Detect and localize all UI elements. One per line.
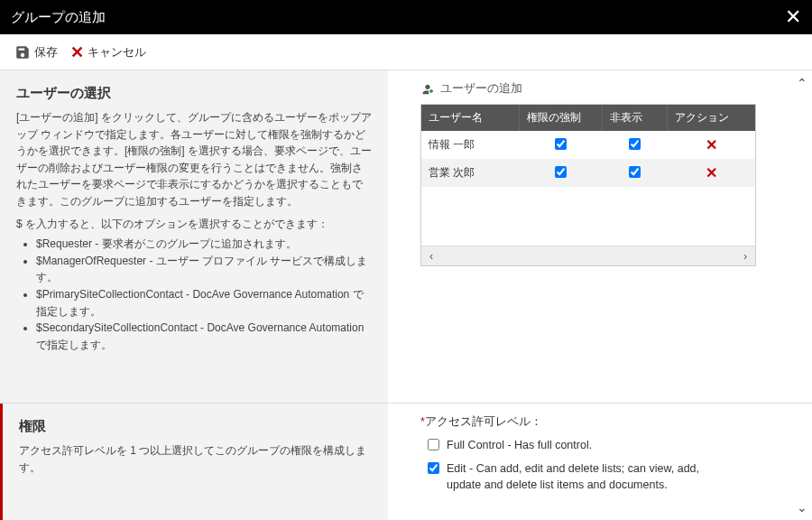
scroll-down-icon[interactable]: ⌄ [797,500,807,515]
perm-text: Edit - Can add, edit and delete lists; c… [447,460,725,493]
cell-name: 情報 一郎 [421,131,519,159]
scroll-left-icon[interactable]: ‹ [421,250,441,263]
option-item: $ManagerOfRequester - ユーザー プロファイル サービスで構… [36,253,372,286]
perm-item-edit[interactable]: Edit - Can add, edit and delete lists; c… [428,460,725,493]
th-hidden: 非表示 [602,105,667,131]
perm-checkbox[interactable] [428,462,439,474]
option-item: $PrimarySiteCollectionContact - DocAve G… [36,286,372,320]
horizontal-scrollbar[interactable]: ‹ › [421,246,755,265]
section1-heading: ユーザーの選択 [16,85,372,102]
scroll-up-icon[interactable]: ⌃ [797,76,807,90]
th-username: ユーザー名 [421,105,519,131]
cell-name: 営業 次郎 [421,159,519,187]
section1-opt-intro: $ を入力すると、以下のオプションを選択することができます： [16,216,372,233]
section1-options: $Requester - 要求者がこのグループに追加されます。 $Manager… [36,236,372,353]
scroll-right-icon[interactable]: › [735,250,755,263]
delete-icon[interactable]: ✕ [706,165,717,181]
add-user-link[interactable]: ユーザーの追加 [420,81,799,97]
table-row: 情報 一郎 ✕ [421,131,755,159]
vertical-scrollbar[interactable]: ⌃ [792,70,812,403]
section1-right: ユーザーの追加 ユーザー名 権限の強制 非表示 アクション [388,70,812,403]
option-item: $Requester - 要求者がこのグループに追加されます。 [36,236,372,253]
section2-desc: アクセス許可レベルを 1 つ以上選択してこのグループの権限を構成します。 [19,442,372,476]
hidden-checkbox[interactable] [629,138,641,150]
section1-desc: [ユーザーの追加] をクリックして、グループに含めるユーザーをポップアップ ウィ… [16,109,372,210]
save-label: 保存 [34,44,58,60]
hidden-checkbox[interactable] [629,166,641,178]
title-bar: グループの追加 ✕ [0,0,812,34]
perm-text: Full Control - Has full control. [447,437,592,453]
cancel-button[interactable]: ✕ キャンセル [67,41,150,64]
th-enforce: 権限の強制 [519,105,602,131]
cancel-label: キャンセル [88,44,146,60]
save-icon [14,44,31,60]
enforce-checkbox[interactable] [555,166,567,178]
perm-level-label: *アクセス許可レベル： [420,414,799,430]
vertical-scrollbar[interactable]: ⌄ [792,404,812,520]
user-table: ユーザー名 権限の強制 非表示 アクション 情報 一郎 ✕ [420,104,756,266]
perm-item-full-control[interactable]: Full Control - Has full control. [428,437,725,453]
toolbar: 保存 ✕ キャンセル [0,34,812,70]
cancel-icon: ✕ [70,42,84,62]
dialog-title: グループの追加 [11,9,106,26]
section-user-select: ユーザーの選択 [ユーザーの追加] をクリックして、グループに含めるユーザーをポ… [0,70,388,403]
table-row: 営業 次郎 ✕ [421,159,755,187]
section2-right: *アクセス許可レベル： Full Control - Has full cont… [388,404,812,520]
add-user-label: ユーザーの追加 [440,81,522,97]
save-button[interactable]: 保存 [11,42,61,62]
enforce-checkbox[interactable] [555,138,567,150]
section2-heading: 権限 [19,418,372,435]
close-icon[interactable]: ✕ [785,7,801,27]
perm-checkbox[interactable] [428,439,439,450]
delete-icon[interactable]: ✕ [706,137,717,153]
section-permissions: 権限 アクセス許可レベルを 1 つ以上選択してこのグループの権限を構成します。 [0,404,388,520]
th-action: アクション [667,105,755,131]
option-item: $SecondarySiteCollectionContact - DocAve… [36,320,372,353]
user-plus-icon [420,82,435,97]
